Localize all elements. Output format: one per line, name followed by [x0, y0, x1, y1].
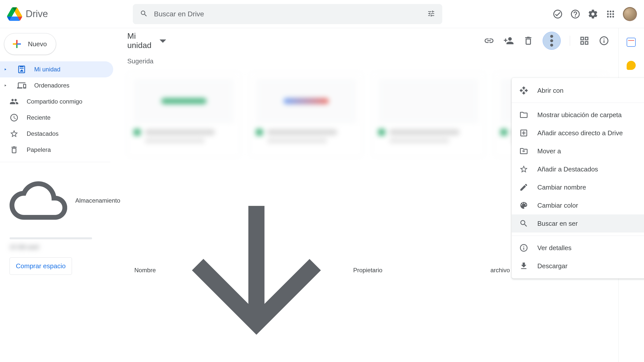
shared-icon	[10, 97, 19, 106]
menu-open-with[interactable]: Abrir con	[512, 81, 644, 100]
sidebar-label: Destacados	[27, 130, 59, 137]
cloud-icon	[10, 172, 67, 229]
breadcrumb[interactable]: Mi unidad	[127, 31, 171, 50]
expand-icon	[4, 68, 7, 71]
menu-label: Mostrar ubicación de carpeta	[537, 111, 622, 119]
divider	[570, 36, 570, 46]
sidebar: Nuevo Mi unidad Ordenadores Compartido c…	[0, 28, 120, 362]
menu-search-in[interactable]: Buscar en ser	[512, 214, 644, 233]
dropdown-icon	[155, 33, 171, 49]
recent-icon	[10, 113, 19, 122]
keep-app-icon[interactable]	[627, 61, 636, 70]
account-avatar[interactable]	[623, 7, 637, 21]
header: Drive	[0, 0, 644, 28]
buy-storage-button[interactable]: Comprar espacio	[10, 257, 72, 275]
suggested-heading: Sugerida	[127, 57, 609, 65]
details-icon[interactable]	[599, 35, 609, 46]
expand-icon	[4, 84, 7, 87]
sidebar-item-starred[interactable]: Destacados	[0, 126, 113, 142]
sidebar-item-computers[interactable]: Ordenadores	[0, 77, 113, 94]
divider	[512, 236, 644, 236]
toolbar	[484, 32, 609, 50]
new-button[interactable]: Nuevo	[4, 33, 56, 55]
context-menu: Abrir con Mostrar ubicación de carpeta A…	[512, 78, 644, 279]
menu-label: Cambiar nombre	[537, 184, 586, 191]
sidebar-item-storage[interactable]: Almacenamiento	[10, 168, 120, 233]
search-tune-icon[interactable]	[427, 10, 435, 19]
search-input[interactable]	[154, 10, 427, 18]
apps-icon[interactable]	[605, 9, 616, 19]
folder-outline-icon	[519, 110, 528, 119]
sidebar-item-mydrive[interactable]: Mi unidad	[0, 61, 113, 77]
storage-bar	[10, 237, 92, 239]
menu-add-starred[interactable]: Añadir a Destacados	[512, 160, 644, 178]
sidebar-label: Papelera	[27, 146, 51, 153]
sidebar-label: Compartido conmigo	[27, 98, 82, 105]
search-icon	[140, 10, 148, 19]
menu-show-location[interactable]: Mostrar ubicación de carpeta	[512, 106, 644, 124]
sort-arrow-icon	[160, 174, 353, 362]
settings-icon[interactable]	[588, 9, 598, 19]
divider	[0, 162, 110, 162]
sidebar-label: Mi unidad	[34, 66, 60, 73]
shortcut-icon	[519, 128, 528, 138]
menu-add-shortcut[interactable]: Añadir acceso directo a Drive	[512, 124, 644, 142]
offline-ready-icon[interactable]	[552, 9, 563, 19]
palette-icon	[519, 201, 528, 210]
divider	[512, 103, 644, 103]
help-icon[interactable]	[570, 9, 581, 19]
storage-label: Almacenamiento	[75, 197, 120, 204]
drive-icon	[17, 65, 26, 74]
new-button-label: Nuevo	[28, 40, 47, 48]
app-name: Drive	[26, 9, 48, 19]
header-actions	[542, 7, 637, 21]
header-owner[interactable]: Propietario	[353, 267, 419, 274]
sidebar-item-shared[interactable]: Compartido conmigo	[0, 94, 113, 110]
calendar-app-icon[interactable]	[627, 38, 636, 47]
delete-icon[interactable]	[523, 35, 534, 46]
get-link-icon[interactable]	[484, 35, 494, 46]
drive-logo-icon	[7, 7, 22, 21]
open-with-icon	[519, 86, 528, 95]
menu-view-details[interactable]: Ver detalles	[512, 239, 644, 257]
share-icon[interactable]	[503, 35, 514, 46]
star-outline-icon	[519, 165, 528, 174]
menu-label: Mover a	[537, 147, 561, 155]
computers-icon	[17, 81, 26, 90]
sidebar-item-recent[interactable]: Reciente	[0, 110, 113, 126]
info-icon	[519, 243, 528, 252]
sidebar-label: Ordenadores	[34, 82, 69, 89]
header-name[interactable]: Nombre	[134, 174, 353, 362]
star-icon	[10, 129, 19, 138]
storage-used-text: 15 GB used	[10, 244, 120, 250]
menu-label: Añadir acceso directo a Drive	[537, 129, 623, 137]
breadcrumb-row: Mi unidad	[127, 28, 609, 53]
search-bar[interactable]	[133, 4, 442, 24]
menu-label: Ver detalles	[537, 244, 572, 252]
suggested-card[interactable]	[127, 72, 240, 157]
sidebar-item-trash[interactable]: Papelera	[0, 142, 113, 158]
move-icon	[519, 147, 528, 156]
suggested-card[interactable]	[250, 72, 363, 157]
sidebar-label: Reciente	[27, 114, 51, 121]
search-icon	[519, 219, 528, 228]
main-content: Mi unidad Sugerida Nombre	[120, 28, 618, 362]
menu-change-color[interactable]: Cambiar color	[512, 196, 644, 214]
trash-icon	[10, 145, 19, 154]
menu-move-to[interactable]: Mover a	[512, 142, 644, 160]
menu-label: Abrir con	[537, 87, 564, 95]
suggested-card[interactable]	[372, 72, 485, 157]
menu-label: Descargar	[537, 262, 568, 270]
logo-section[interactable]: Drive	[7, 7, 125, 21]
menu-download[interactable]: Descargar	[512, 257, 644, 275]
more-actions-icon[interactable]	[543, 32, 561, 50]
grid-view-icon[interactable]	[579, 35, 590, 46]
edit-icon	[519, 183, 528, 192]
header-name-label: Nombre	[134, 267, 156, 274]
menu-label: Añadir a Destacados	[537, 165, 598, 173]
menu-label: Cambiar color	[537, 202, 578, 209]
breadcrumb-title: Mi unidad	[127, 31, 151, 50]
menu-label: Buscar en ser	[537, 220, 578, 228]
plus-icon	[11, 38, 23, 50]
menu-rename[interactable]: Cambiar nombre	[512, 178, 644, 196]
